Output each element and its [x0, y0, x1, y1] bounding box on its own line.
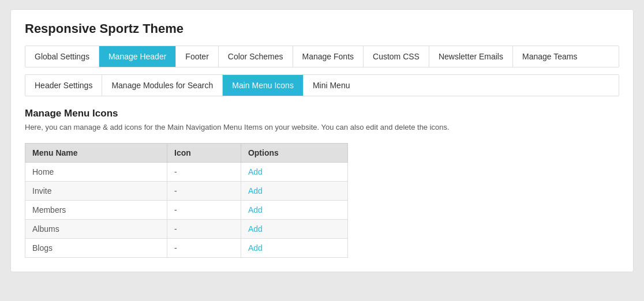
menu-name-cell: Home	[25, 163, 167, 182]
tab-manage-fonts[interactable]: Manage Fonts	[293, 46, 364, 67]
add-icon-link[interactable]: Add	[248, 186, 263, 195]
menu-options-cell: Add	[241, 220, 347, 239]
table-row: Albums-Add	[25, 220, 348, 239]
add-icon-link[interactable]: Add	[248, 224, 263, 234]
subtab-manage-modules-for-search[interactable]: Manage Modules for Search	[102, 75, 223, 96]
menu-icon-cell: -	[167, 239, 241, 258]
menu-options-cell: Add	[241, 201, 347, 220]
menu-options-cell: Add	[241, 163, 347, 182]
table-row: Home-Add	[25, 163, 348, 182]
tab-custom-css[interactable]: Custom CSS	[364, 46, 429, 67]
tab-color-schemes[interactable]: Color Schemes	[219, 46, 293, 67]
main-container: Responsive Sportz Theme Global SettingsM…	[10, 9, 634, 272]
tab-newsletter-emails[interactable]: Newsletter Emails	[429, 46, 513, 67]
subtab-nav: Header SettingsManage Modules for Search…	[25, 74, 619, 96]
section-description: Here, you can manage & add icons for the…	[25, 123, 619, 131]
tab-manage-header[interactable]: Manage Header	[99, 46, 176, 67]
subtab-header-settings[interactable]: Header Settings	[25, 75, 102, 96]
table-row: Invite-Add	[25, 182, 348, 201]
col-options: Options	[241, 144, 347, 163]
table-row: Members-Add	[25, 201, 348, 220]
menu-icon-cell: -	[167, 182, 241, 201]
menu-icon-cell: -	[167, 163, 241, 182]
add-icon-link[interactable]: Add	[248, 167, 263, 176]
menu-options-cell: Add	[241, 239, 347, 258]
section-title: Manage Menu Icons	[25, 108, 619, 119]
menu-icon-cell: -	[167, 220, 241, 239]
tab-global-settings[interactable]: Global Settings	[25, 46, 99, 67]
primary-tab-nav: Global SettingsManage HeaderFooterColor …	[25, 46, 619, 67]
table-row: Blogs-Add	[25, 239, 348, 258]
subtab-main-menu-icons[interactable]: Main Menu Icons	[223, 75, 304, 96]
col-icon: Icon	[167, 144, 241, 163]
menu-icon-cell: -	[167, 201, 241, 220]
menu-name-cell: Blogs	[25, 239, 167, 258]
menu-options-cell: Add	[241, 182, 347, 201]
menu-name-cell: Albums	[25, 220, 167, 239]
tab-manage-teams[interactable]: Manage Teams	[513, 46, 586, 67]
add-icon-link[interactable]: Add	[248, 243, 263, 253]
page-title: Responsive Sportz Theme	[25, 21, 619, 36]
table-header-row: Menu Name Icon Options	[25, 144, 348, 163]
menu-name-cell: Members	[25, 201, 167, 220]
col-menu-name: Menu Name	[25, 144, 167, 163]
tab-footer[interactable]: Footer	[176, 46, 218, 67]
menu-name-cell: Invite	[25, 182, 167, 201]
subtab-mini-menu[interactable]: Mini Menu	[304, 75, 360, 96]
add-icon-link[interactable]: Add	[248, 205, 263, 215]
menu-icons-table: Menu Name Icon Options Home-AddInvite-Ad…	[25, 143, 348, 258]
